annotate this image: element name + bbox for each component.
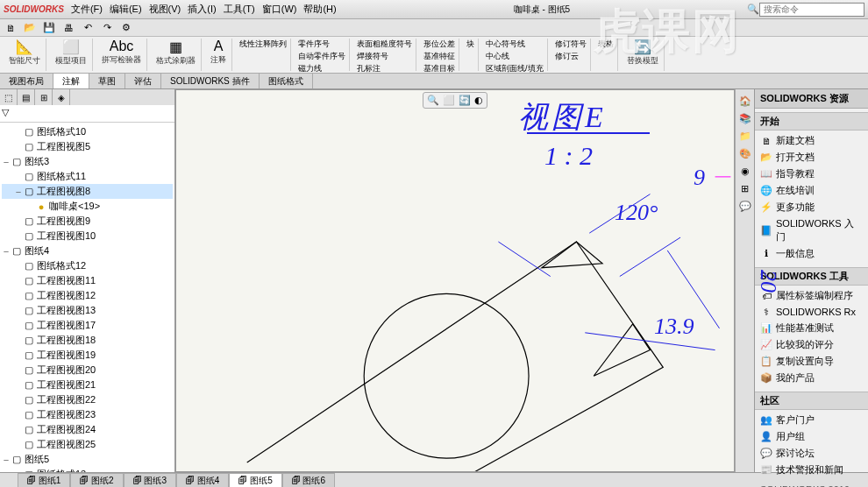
tree-item[interactable]: ▢工程图视图13 (2, 303, 173, 318)
ribbon-button[interactable]: Abc拼写检验器 (96, 39, 147, 71)
open-icon[interactable]: 📂 (23, 21, 37, 35)
save-icon[interactable]: 💾 (42, 21, 56, 35)
resource-link[interactable]: 📂打开文档 (755, 149, 868, 166)
ribbon-item[interactable]: 基准特征 (423, 51, 455, 62)
forum-icon[interactable]: 💬 (737, 198, 753, 214)
tree-tab-3[interactable]: ⊞ (35, 89, 53, 105)
tree-item[interactable]: −▢图纸4 (2, 244, 173, 258)
tree-item[interactable]: ▢图纸格式11 (2, 169, 173, 184)
tree-item[interactable]: ▢工程图视图17 (2, 318, 173, 333)
community-link[interactable]: 💬探讨论坛 (755, 445, 868, 462)
dimension-9[interactable]: 9 (694, 165, 705, 191)
ribbon-item[interactable]: 修订云 (555, 51, 587, 62)
ribbon-item[interactable]: 中心线 (486, 51, 544, 62)
feature-tree[interactable]: ▢图纸格式10▢工程图视图5−▢图纸3▢图纸格式11−▢工程图视图8●咖啡桌<1… (0, 123, 174, 472)
tree-item[interactable]: ●咖啡桌<19> (2, 199, 173, 214)
ribbon-tab[interactable]: 视图布局 (0, 74, 53, 88)
tool-link[interactable]: 📦我的产品 (755, 370, 868, 386)
view-palette-icon[interactable]: 🎨 (737, 145, 753, 161)
news-item[interactable]: SOLIDWORKS 2019 SP3.0 EV (Early Visibili… (760, 483, 863, 487)
resource-link[interactable]: 📖指导教程 (755, 166, 868, 182)
dimension-20[interactable]: 20 (755, 270, 781, 293)
tree-item[interactable]: ▢工程图视图25 (2, 437, 173, 452)
ribbon-item[interactable]: 区域剖面线/填充 (486, 63, 544, 74)
menu-item[interactable]: 文件(F) (71, 3, 103, 16)
tree-item[interactable]: ▢工程图视图11 (2, 273, 173, 288)
ribbon-button[interactable]: ⬜模型项目 (50, 39, 93, 71)
explorer-icon[interactable]: 📁 (737, 128, 753, 144)
menu-item[interactable]: 插入(I) (188, 3, 216, 16)
tree-item[interactable]: −▢图纸5 (2, 452, 173, 467)
view-toolbar[interactable]: 🔍 ⬜ 🔄 ◐ (423, 92, 487, 109)
custom-icon[interactable]: ⊞ (737, 180, 753, 196)
ribbon-item[interactable]: 焊接符号 (357, 51, 412, 62)
ribbon-tab[interactable]: 评估 (125, 74, 161, 88)
tree-tab-1[interactable]: ⬚ (0, 89, 18, 105)
resource-link[interactable]: ⚡更多功能 (755, 199, 868, 215)
ribbon-button[interactable]: A注释 (205, 39, 232, 71)
tree-item[interactable]: ▢图纸格式12 (2, 258, 173, 273)
resource-link[interactable]: ℹ一般信息 (755, 245, 868, 262)
zoom-fit-icon[interactable]: 🔍 (427, 95, 439, 106)
tree-tab-2[interactable]: ▤ (18, 89, 35, 105)
tree-item[interactable]: ▢工程图视图19 (2, 348, 173, 363)
tree-item[interactable]: ▢工程图视图12 (2, 288, 173, 303)
menu-item[interactable]: 视图(V) (149, 3, 181, 16)
tree-item[interactable]: ▢工程图视图23 (2, 407, 173, 422)
sheet-tab[interactable]: 🗐 图纸2 (70, 473, 123, 487)
library-icon[interactable]: 📚 (737, 110, 753, 126)
redo-icon[interactable]: ↷ (100, 21, 114, 35)
tree-tab-4[interactable]: ◈ (53, 89, 70, 105)
tree-item[interactable]: ▢工程图视图9 (2, 214, 173, 229)
tree-item[interactable]: −▢工程图视图8 (2, 184, 173, 199)
ribbon-tab[interactable]: 草图 (89, 74, 125, 88)
new-icon[interactable]: 🗎 (4, 21, 18, 35)
ribbon-item[interactable]: 块 (466, 39, 474, 50)
replace-model-button[interactable]: 🔄替换模型 (622, 39, 665, 71)
tree-item[interactable]: ▢工程图视图24 (2, 422, 173, 437)
tool-link[interactable]: 📋复制设置向导 (755, 353, 868, 370)
tree-item[interactable]: −▢图纸3 (2, 154, 173, 169)
ribbon-item[interactable]: 基准目标 (423, 63, 455, 74)
sheet-tab[interactable]: 🗐 图纸3 (124, 473, 176, 487)
appearance-icon[interactable]: ◉ (737, 163, 753, 179)
ribbon-item[interactable]: 表面粗糙度符号 (357, 39, 412, 50)
resource-link[interactable]: 🌐在线培训 (755, 182, 868, 199)
community-link[interactable]: 📰技术警报和新闻 (755, 462, 868, 478)
sheet-tab[interactable]: 🗐 图纸5 (229, 473, 281, 487)
tool-link[interactable]: ⚕SOLIDWORKS Rx (755, 304, 868, 320)
tree-item[interactable]: ▢工程图视图10 (2, 229, 173, 244)
ribbon-item[interactable]: 修订符号 (555, 39, 587, 50)
tool-link[interactable]: 📊性能基准测试 (755, 320, 868, 336)
dimension-13-9[interactable]: 13.9 (654, 314, 694, 340)
menu-item[interactable]: 工具(T) (224, 3, 255, 16)
ribbon-item[interactable]: 表格 (598, 39, 614, 50)
undo-icon[interactable]: ↶ (81, 21, 95, 35)
rotate-icon[interactable]: 🔄 (459, 95, 471, 106)
sheet-tab[interactable]: 🗐 图纸4 (176, 473, 229, 487)
ribbon-item[interactable]: 形位公差 (423, 39, 455, 50)
tree-item[interactable]: ▢工程图视图21 (2, 378, 173, 392)
menu-item[interactable]: 窗口(W) (262, 3, 297, 16)
search-input[interactable] (759, 3, 864, 17)
settings-icon[interactable]: ⚙ (119, 21, 133, 35)
ribbon-item[interactable]: 孔标注 (357, 63, 412, 74)
resource-link[interactable]: 📘SOLIDWORKS 入门 (755, 215, 868, 245)
tree-item[interactable]: ▢工程图视图5 (2, 139, 173, 154)
drawing-canvas[interactable]: 🔍 ⬜ 🔄 ◐ 视图E 1 : 2 9 120° (175, 89, 735, 472)
sheet-tab[interactable]: 🗐 图纸6 (282, 473, 335, 487)
tool-link[interactable]: 📈比较我的评分 (755, 336, 868, 353)
display-icon[interactable]: ◐ (474, 95, 483, 106)
tree-item[interactable]: ▢工程图视图20 (2, 363, 173, 378)
tree-item[interactable]: ▢工程图视图22 (2, 392, 173, 407)
sheet-tab[interactable]: 🗐 图纸1 (18, 473, 70, 487)
ribbon-item[interactable]: 线性注释阵列 (239, 39, 287, 50)
ribbon-button[interactable]: ▦格式涂刷器 (151, 39, 202, 71)
tree-item[interactable]: ▢图纸格式13 (2, 467, 173, 472)
community-link[interactable]: 👥客户门户 (755, 412, 868, 428)
menu-item[interactable]: 帮助(H) (303, 3, 336, 16)
ribbon-item[interactable]: 零件序号 (298, 39, 345, 50)
ribbon-tab[interactable]: 图纸格式 (260, 74, 313, 88)
tree-item[interactable]: ▢图纸格式10 (2, 124, 173, 139)
ribbon-tab[interactable]: SOLIDWORKS 插件 (161, 74, 260, 88)
